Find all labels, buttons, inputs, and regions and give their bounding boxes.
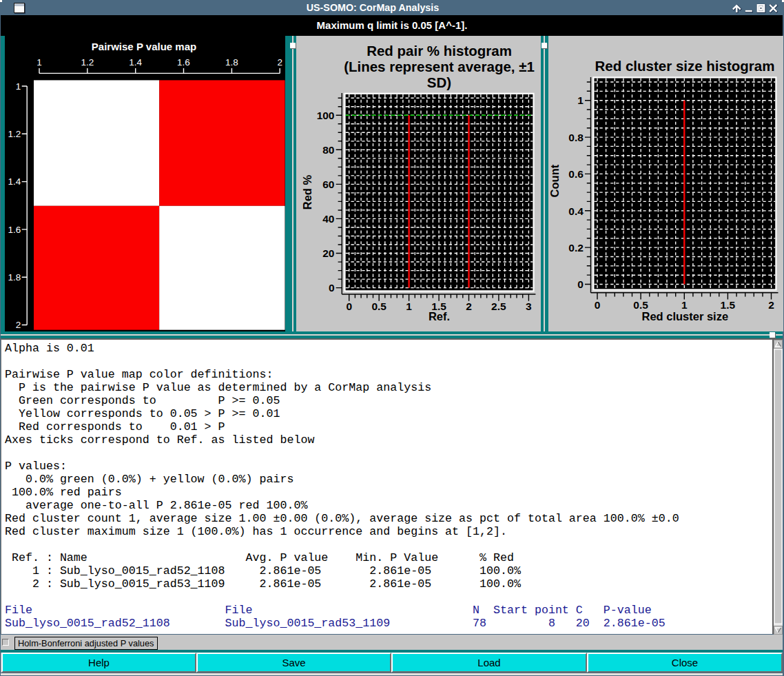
svg-text:1.4: 1.4 xyxy=(129,57,142,68)
svg-text:1: 1 xyxy=(681,299,687,311)
svg-text:2: 2 xyxy=(277,57,282,68)
svg-text:1.6: 1.6 xyxy=(177,57,190,68)
svg-text:1: 1 xyxy=(16,81,21,92)
svg-text:60: 60 xyxy=(322,178,334,190)
svg-text:20: 20 xyxy=(322,247,334,259)
svg-text:Count: Count xyxy=(548,164,561,197)
svg-text:2: 2 xyxy=(768,299,774,311)
svg-text:1.8: 1.8 xyxy=(8,272,21,283)
svg-text:80: 80 xyxy=(322,144,334,156)
svg-text:1.2: 1.2 xyxy=(81,57,94,68)
svg-text:1.6: 1.6 xyxy=(8,225,21,235)
svg-text:0.6: 0.6 xyxy=(568,168,584,180)
svg-text:1: 1 xyxy=(406,300,412,312)
svg-text:2: 2 xyxy=(16,320,21,330)
svg-text:Pairwise P value map: Pairwise P value map xyxy=(92,41,196,52)
svg-text:2: 2 xyxy=(466,300,472,312)
svg-text:0.5: 0.5 xyxy=(633,299,648,311)
svg-text:0.2: 0.2 xyxy=(568,242,584,254)
svg-text:Red cluster size: Red cluster size xyxy=(641,310,728,322)
svg-text:Red %: Red % xyxy=(301,174,313,209)
svg-text:40: 40 xyxy=(322,213,334,225)
svg-text:0.8: 0.8 xyxy=(568,132,584,143)
svg-text:100: 100 xyxy=(317,110,335,121)
svg-text:1.4: 1.4 xyxy=(8,176,21,187)
svg-text:0: 0 xyxy=(594,299,600,311)
svg-text:Red cluster size histogram: Red cluster size histogram xyxy=(595,58,774,74)
svg-text:2.5: 2.5 xyxy=(491,300,506,312)
svg-text:0: 0 xyxy=(346,300,352,312)
svg-text:Red pair % histogram: Red pair % histogram xyxy=(367,43,512,59)
svg-text:3: 3 xyxy=(526,300,532,312)
svg-text:0.4: 0.4 xyxy=(568,205,584,217)
svg-text:0: 0 xyxy=(329,282,335,294)
svg-text:1: 1 xyxy=(577,94,584,106)
svg-text:0: 0 xyxy=(577,278,584,290)
svg-text:0.5: 0.5 xyxy=(371,300,386,312)
svg-text:1: 1 xyxy=(37,57,42,68)
svg-text:1.8: 1.8 xyxy=(225,57,238,68)
svg-text:1.2: 1.2 xyxy=(8,129,21,139)
svg-text:(Lines represent average, ±1: (Lines represent average, ±1 xyxy=(344,59,535,74)
svg-text:SD): SD) xyxy=(427,74,451,90)
svg-text:1.5: 1.5 xyxy=(720,299,735,311)
svg-text:Ref.: Ref. xyxy=(429,310,450,322)
